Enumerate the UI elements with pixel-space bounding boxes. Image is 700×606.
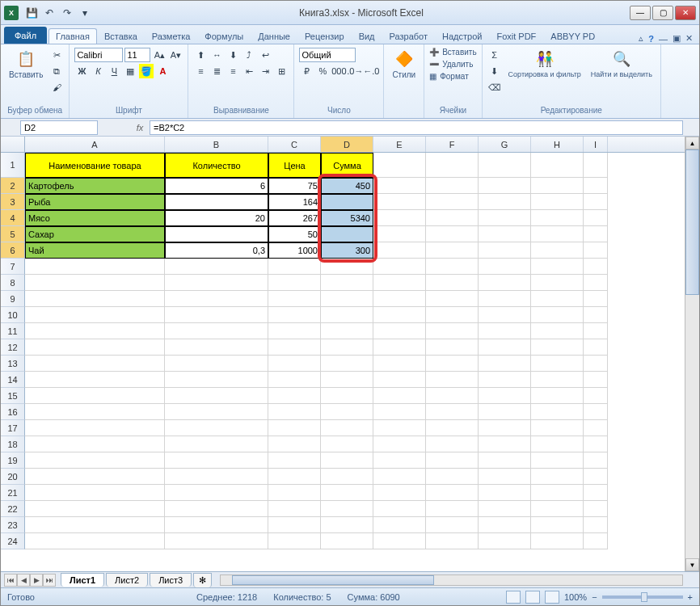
- row-header-5[interactable]: 5: [1, 226, 25, 242]
- cut-icon[interactable]: ✂: [49, 48, 64, 62]
- fill-color-icon[interactable]: 🪣: [139, 64, 154, 78]
- font-name-combo[interactable]: Calibri: [74, 48, 123, 62]
- find-select-button[interactable]: 🔍 Найти и выделить: [588, 48, 656, 80]
- row-header-7[interactable]: 7: [1, 259, 25, 275]
- grow-font-icon[interactable]: A▴: [152, 48, 167, 62]
- font-size-combo[interactable]: 11: [124, 48, 150, 62]
- tab-file[interactable]: Файл: [4, 27, 47, 44]
- cell-D1[interactable]: Сумма: [321, 153, 373, 178]
- row-header-18[interactable]: 18: [1, 436, 25, 452]
- fx-icon[interactable]: fx: [130, 123, 150, 133]
- decrease-indent-icon[interactable]: ⇤: [242, 64, 256, 78]
- cell-area[interactable]: Наименование товара Количество Цена Сумм…: [25, 153, 608, 549]
- tab-view[interactable]: Вид: [352, 28, 382, 44]
- cell-B3[interactable]: [165, 194, 268, 210]
- italic-icon[interactable]: К: [91, 64, 105, 78]
- cell-A3[interactable]: Рыба: [25, 194, 165, 210]
- row-header-15[interactable]: 15: [1, 388, 25, 404]
- col-header-E[interactable]: E: [373, 137, 426, 152]
- zoom-out-icon[interactable]: −: [592, 592, 597, 602]
- qat-dropdown-icon[interactable]: ▾: [77, 5, 93, 21]
- format-cells-button[interactable]: ▦Формат: [429, 72, 469, 81]
- sheet-nav-last-icon[interactable]: ⏭: [43, 574, 56, 587]
- cell-G1[interactable]: [479, 153, 531, 178]
- close-button[interactable]: ✕: [675, 6, 696, 20]
- row-header-4[interactable]: 4: [1, 210, 25, 226]
- cell-E2[interactable]: [373, 178, 426, 194]
- decrease-decimal-icon[interactable]: ←.0: [364, 64, 378, 78]
- copy-icon[interactable]: ⧉: [49, 64, 64, 78]
- minimize-button[interactable]: —: [630, 6, 651, 20]
- sheet-tab-2[interactable]: Лист2: [106, 573, 148, 587]
- row-header-8[interactable]: 8: [1, 275, 25, 291]
- cell-B6[interactable]: 0,3: [165, 242, 268, 259]
- cell-A6[interactable]: Чай: [25, 242, 165, 259]
- cell-D4[interactable]: 5340: [321, 210, 373, 226]
- merge-icon[interactable]: ⊞: [274, 64, 289, 78]
- col-header-H[interactable]: H: [531, 137, 584, 152]
- formula-input[interactable]: =B2*C2: [150, 120, 683, 135]
- increase-indent-icon[interactable]: ⇥: [258, 64, 272, 78]
- font-color-icon[interactable]: A: [155, 64, 170, 78]
- name-box[interactable]: D2: [20, 120, 98, 135]
- save-icon[interactable]: 💾: [23, 5, 40, 21]
- vscroll-thumb[interactable]: [685, 149, 699, 295]
- align-center-icon[interactable]: ≣: [209, 64, 224, 78]
- align-top-icon[interactable]: ⬆: [193, 48, 208, 62]
- row-header-6[interactable]: 6: [1, 242, 25, 259]
- cell-D6[interactable]: 300: [321, 242, 373, 259]
- tab-abbyy[interactable]: ABBYY PD: [543, 28, 602, 44]
- col-header-F[interactable]: F: [426, 137, 479, 152]
- normal-view-icon[interactable]: [506, 591, 521, 604]
- sheet-nav-first-icon[interactable]: ⏮: [4, 574, 17, 587]
- delete-cells-button[interactable]: ➖Удалить: [429, 60, 473, 69]
- number-format-combo[interactable]: Общий: [299, 48, 356, 62]
- row-header-14[interactable]: 14: [1, 372, 25, 388]
- sheet-tab-3[interactable]: Лист3: [150, 573, 192, 587]
- tab-insert[interactable]: Вставка: [97, 28, 145, 44]
- cell-A4[interactable]: Мясо: [25, 210, 165, 226]
- cell-C1[interactable]: Цена: [268, 153, 321, 178]
- currency-icon[interactable]: ₽: [299, 64, 314, 78]
- orientation-icon[interactable]: ⤴: [242, 48, 256, 62]
- insert-cells-button[interactable]: ➕Вставить: [429, 48, 476, 57]
- cell-C6[interactable]: 1000: [268, 242, 321, 259]
- underline-icon[interactable]: Ч: [107, 64, 121, 78]
- autosum-icon[interactable]: Σ: [487, 48, 502, 62]
- cell-D5[interactable]: [321, 226, 373, 242]
- doc-restore-icon[interactable]: ▣: [673, 33, 681, 44]
- sort-filter-button[interactable]: 👫 Сортировка и фильтр: [505, 48, 584, 80]
- row-header-17[interactable]: 17: [1, 420, 25, 436]
- increase-decimal-icon[interactable]: .0→: [348, 64, 362, 78]
- cell-B1[interactable]: Количество: [165, 153, 268, 178]
- tab-formulas[interactable]: Формулы: [197, 28, 251, 44]
- scroll-up-icon[interactable]: ▲: [685, 137, 699, 149]
- page-break-view-icon[interactable]: [545, 591, 559, 604]
- row-header-20[interactable]: 20: [1, 469, 25, 485]
- cell-A1[interactable]: Наименование товара: [25, 153, 165, 178]
- row-header-24[interactable]: 24: [1, 533, 25, 549]
- sheet-nav-prev-icon[interactable]: ◀: [17, 574, 30, 587]
- align-right-icon[interactable]: ≡: [226, 64, 240, 78]
- percent-icon[interactable]: %: [315, 64, 330, 78]
- cell-C5[interactable]: 50: [268, 226, 321, 242]
- align-middle-icon[interactable]: ↔: [209, 48, 224, 62]
- row-header-23[interactable]: 23: [1, 517, 25, 533]
- redo-icon[interactable]: ↷: [59, 5, 75, 21]
- doc-minimize-icon[interactable]: —: [659, 34, 668, 44]
- bold-icon[interactable]: Ж: [74, 64, 89, 78]
- border-icon[interactable]: ▦: [123, 64, 137, 78]
- row-header-11[interactable]: 11: [1, 323, 25, 339]
- cell-C2[interactable]: 75: [268, 178, 321, 194]
- page-layout-view-icon[interactable]: [525, 591, 540, 604]
- tab-addins[interactable]: Надстрой: [435, 28, 489, 44]
- paste-button[interactable]: 📋 Вставить: [6, 48, 46, 81]
- cell-A2[interactable]: Картофель: [25, 178, 165, 194]
- cell-H1[interactable]: [531, 153, 584, 178]
- undo-icon[interactable]: ↶: [41, 5, 57, 21]
- col-header-D[interactable]: D: [321, 137, 373, 152]
- sheet-nav-next-icon[interactable]: ▶: [30, 574, 43, 587]
- wrap-text-icon[interactable]: ↩: [258, 48, 272, 62]
- tab-layout[interactable]: Разметка: [145, 28, 198, 44]
- align-bottom-icon[interactable]: ⬇: [226, 48, 240, 62]
